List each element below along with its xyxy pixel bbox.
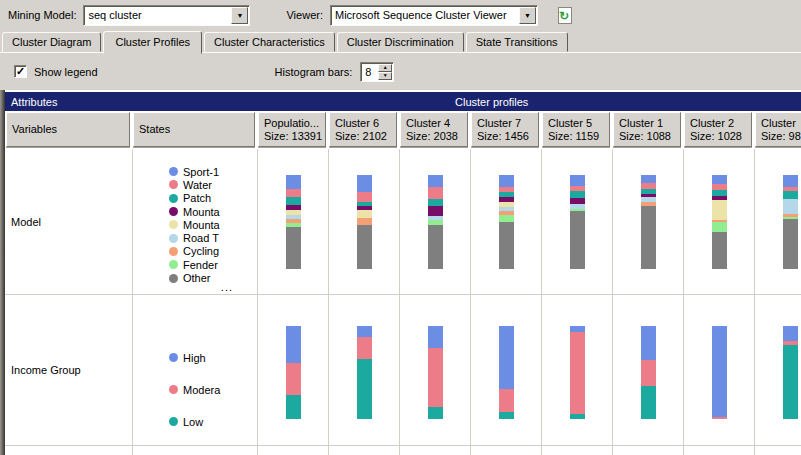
profile-bar-cell-cluster-1[interactable] bbox=[613, 149, 684, 295]
bar-segment-patch bbox=[570, 191, 585, 198]
profile-bar-cell-cluster-7[interactable] bbox=[471, 295, 542, 446]
stacked-bar bbox=[641, 326, 656, 419]
mining-model-dropdown[interactable]: seq cluster ▼ bbox=[83, 5, 250, 26]
stacked-bar bbox=[428, 326, 443, 419]
chevron-down-icon[interactable]: ▼ bbox=[519, 7, 536, 24]
column-header-cluster[interactable]: ClusterSize: 98 bbox=[755, 112, 801, 147]
column-header-variables[interactable]: Variables bbox=[6, 112, 130, 147]
states-legend: HighModeraLow bbox=[169, 351, 220, 447]
legend-item: Modera bbox=[169, 383, 220, 396]
viewer-label: Viewer: bbox=[286, 9, 322, 21]
column-title: States bbox=[139, 123, 254, 136]
toolbar: Mining Model: seq cluster ▼ Viewer: Micr… bbox=[0, 0, 801, 30]
chevron-down-icon[interactable]: ▼ bbox=[231, 7, 248, 24]
state-label: Mounta bbox=[183, 219, 220, 231]
histogram-bars-value: 8 bbox=[361, 63, 377, 81]
bar-segment-low bbox=[357, 359, 372, 419]
table-cell-empty bbox=[5, 446, 133, 455]
bar-segment-modera bbox=[428, 348, 443, 407]
state-color-dot bbox=[169, 220, 178, 229]
bar-segment-modera bbox=[499, 389, 514, 412]
viewer-dropdown[interactable]: Microsoft Sequence Cluster Viewer ▼ bbox=[330, 5, 538, 26]
profile-bar-cell-population[interactable] bbox=[258, 149, 329, 295]
profile-bar-cell-cluster-3-cut-off[interactable] bbox=[755, 295, 801, 446]
variable-cell[interactable]: Model bbox=[5, 149, 133, 295]
state-color-dot bbox=[169, 260, 178, 269]
bar-segment-high bbox=[712, 326, 727, 417]
column-size: Size: 13391 bbox=[264, 130, 325, 143]
state-color-dot bbox=[169, 247, 178, 256]
table-cell-empty bbox=[755, 446, 801, 455]
tab-cluster-characteristics[interactable]: Cluster Characteristics bbox=[204, 32, 335, 52]
legend-item: Mounta bbox=[169, 218, 220, 231]
column-header-cluster-2[interactable]: Cluster 2Size: 1028 bbox=[684, 112, 752, 147]
state-label: Sport-1 bbox=[183, 166, 219, 178]
stacked-bar bbox=[783, 175, 798, 269]
table-cell-empty bbox=[542, 446, 613, 455]
tab-cluster-diagram[interactable]: Cluster Diagram bbox=[2, 32, 101, 52]
states-cell: Sport-1WaterPatchMountaMountaRoad TCycli… bbox=[133, 149, 258, 295]
column-header-cluster-5[interactable]: Cluster 5Size: 1159 bbox=[542, 112, 610, 147]
grid-body: ModelSport-1WaterPatchMountaMountaRoad T… bbox=[5, 149, 801, 455]
bar-segment-sport-1 bbox=[286, 175, 301, 189]
table-cell-empty bbox=[684, 446, 755, 455]
column-header-cluster-4[interactable]: Cluster 4Size: 2038 bbox=[400, 112, 468, 147]
profile-bar-cell-cluster-4[interactable] bbox=[400, 295, 471, 446]
legend-item: Other bbox=[169, 271, 220, 284]
column-header-cluster-7[interactable]: Cluster 7Size: 1456 bbox=[471, 112, 539, 147]
profile-bar-cell-cluster-1[interactable] bbox=[613, 295, 684, 446]
state-color-dot bbox=[169, 167, 178, 176]
column-header-cluster-1[interactable]: Cluster 1Size: 1088 bbox=[613, 112, 681, 147]
column-size: Size: 1456 bbox=[477, 130, 538, 143]
controls-panel: ✓ Show legend Histogram bars: 8 ▲ ▼ bbox=[0, 52, 801, 90]
bar-segment-modera bbox=[641, 360, 656, 385]
show-legend-checkbox[interactable]: ✓ bbox=[14, 65, 27, 78]
column-size: Size: 98 bbox=[761, 130, 801, 143]
profile-bar-cell-cluster-6[interactable] bbox=[329, 295, 400, 446]
profile-bar-cell-cluster-2[interactable] bbox=[684, 295, 755, 446]
column-header-cluster-6[interactable]: Cluster 6Size: 2102 bbox=[329, 112, 397, 147]
variable-cell[interactable]: Income Group bbox=[5, 295, 133, 446]
tab-state-transitions[interactable]: State Transitions bbox=[466, 32, 568, 52]
profile-bar-cell-cluster-6[interactable] bbox=[329, 149, 400, 295]
mining-model-label: Mining Model: bbox=[8, 9, 76, 21]
legend-item: Road T bbox=[169, 231, 220, 244]
tab-cluster-discrimination[interactable]: Cluster Discrimination bbox=[337, 32, 464, 52]
table-cell-empty bbox=[613, 446, 684, 455]
column-header-states[interactable]: States bbox=[133, 112, 255, 147]
column-title: Variables bbox=[12, 123, 129, 136]
bar-segment-sport-1 bbox=[428, 175, 443, 187]
stacked-bar bbox=[499, 326, 514, 419]
table-row-partial bbox=[5, 446, 801, 455]
bar-segment-sport-1 bbox=[712, 175, 727, 184]
stacked-bar bbox=[428, 175, 443, 269]
more-states-indicator[interactable]: ... bbox=[221, 281, 233, 293]
stacked-bar bbox=[570, 175, 585, 269]
legend-item: Fender bbox=[169, 258, 220, 271]
bar-segment-modera bbox=[286, 363, 301, 395]
profile-bar-cell-cluster-2[interactable] bbox=[684, 149, 755, 295]
profile-bar-cell-cluster-7[interactable] bbox=[471, 149, 542, 295]
profile-bar-cell-cluster-5[interactable] bbox=[542, 295, 613, 446]
spin-down-icon[interactable]: ▼ bbox=[378, 72, 392, 80]
bar-segment-water bbox=[286, 189, 301, 197]
refresh-button[interactable]: ↻ bbox=[554, 4, 576, 26]
spin-up-icon[interactable]: ▲ bbox=[378, 64, 392, 72]
bar-segment-other bbox=[712, 232, 727, 269]
attribute-row-income-group: Income GroupHighModeraLow bbox=[5, 295, 801, 446]
bar-segment-other bbox=[570, 211, 585, 269]
state-label: Patch bbox=[183, 192, 211, 204]
tab-cluster-profiles[interactable]: Cluster Profiles bbox=[103, 31, 202, 54]
stacked-bar bbox=[641, 175, 656, 269]
profile-bar-cell-population[interactable] bbox=[258, 295, 329, 446]
histogram-bars-stepper[interactable]: 8 ▲ ▼ bbox=[360, 62, 394, 82]
profile-bar-cell-cluster-4[interactable] bbox=[400, 149, 471, 295]
column-header-populatio[interactable]: Populatio...Size: 13391 bbox=[258, 112, 326, 147]
profile-bar-cell-cluster-5[interactable] bbox=[542, 149, 613, 295]
state-color-dot bbox=[169, 207, 178, 216]
profile-bar-cell-cluster-3-cut-off[interactable] bbox=[755, 149, 801, 295]
bar-segment-mounta bbox=[570, 198, 585, 205]
state-color-dot bbox=[169, 274, 178, 283]
bar-segment-mounta bbox=[357, 210, 372, 218]
stacked-bar bbox=[570, 326, 585, 419]
